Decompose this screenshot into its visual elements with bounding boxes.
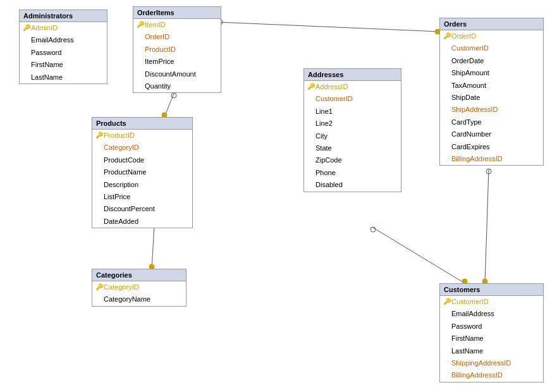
field-cardnumber: CardNumber bbox=[440, 128, 543, 140]
table-orderitems[interactable]: OrderItems 🔑ItemID OrderID ProductID Ite… bbox=[133, 6, 221, 93]
field-lastname-cust: LastName bbox=[440, 345, 543, 357]
field-city: City bbox=[304, 130, 401, 142]
field-productcode: ProductCode bbox=[92, 154, 192, 166]
field-zipcode: ZipCode bbox=[304, 154, 401, 166]
field-shipaddressid: ShipAddressID bbox=[440, 104, 543, 116]
field-discountpercent: DiscountPercent bbox=[92, 203, 192, 215]
table-administrators-header: Administrators bbox=[20, 10, 107, 22]
field-lastname: LastName bbox=[20, 71, 107, 83]
field-billingaddressid-cust: BillingAddressID bbox=[440, 369, 543, 381]
field-emailaddress-cust: EmailAddress bbox=[440, 308, 543, 320]
field-shipdate: ShipDate bbox=[440, 92, 543, 104]
field-addressid: 🔑AddressID bbox=[304, 81, 401, 93]
field-productname: ProductName bbox=[92, 166, 192, 178]
field-productid: ProductID bbox=[133, 44, 221, 56]
table-customers-header: Customers bbox=[440, 284, 543, 296]
field-listprice: ListPrice bbox=[92, 191, 192, 203]
table-administrators[interactable]: Administrators 🔑AdminID EmailAddress Pas… bbox=[19, 9, 107, 84]
table-products[interactable]: Products 🔑ProductID CategoryID ProductCo… bbox=[92, 117, 193, 228]
field-password: Password bbox=[20, 47, 107, 59]
field-state: State bbox=[304, 142, 401, 154]
svg-line-9 bbox=[373, 228, 465, 283]
field-line2: Line2 bbox=[304, 118, 401, 130]
svg-point-4 bbox=[171, 93, 176, 98]
table-customers[interactable]: Customers 🔑CustomerID EmailAddress Passw… bbox=[439, 283, 544, 383]
table-categories-header: Categories bbox=[92, 269, 186, 281]
field-orderdate: OrderDate bbox=[440, 55, 543, 67]
field-customerid-pk: 🔑CustomerID bbox=[440, 296, 543, 308]
field-taxamount: TaxAmount bbox=[440, 80, 543, 92]
field-description: Description bbox=[92, 179, 192, 191]
field-cardexpires: CardExpires bbox=[440, 141, 543, 153]
field-password-cust: Password bbox=[440, 321, 543, 333]
field-quantity: Quantity bbox=[133, 80, 221, 92]
table-products-header: Products bbox=[92, 118, 192, 130]
diagram-canvas: Administrators 🔑AdminID EmailAddress Pas… bbox=[0, 0, 557, 392]
table-addresses[interactable]: Addresses 🔑AddressID CustomerID Line1 Li… bbox=[303, 68, 401, 192]
field-itemid: 🔑ItemID bbox=[133, 19, 221, 31]
field-customerid-ord: CustomerID bbox=[440, 42, 543, 54]
table-addresses-header: Addresses bbox=[304, 69, 401, 81]
svg-line-3 bbox=[164, 94, 174, 117]
table-categories[interactable]: Categories 🔑CategoryID CategoryName bbox=[92, 269, 187, 307]
field-cardtype: CardType bbox=[440, 116, 543, 128]
field-productid: 🔑ProductID bbox=[92, 130, 192, 142]
svg-line-0 bbox=[218, 22, 439, 32]
field-categoryid-pk: 🔑CategoryID bbox=[92, 281, 186, 293]
svg-line-12 bbox=[485, 169, 489, 283]
field-orderid: OrderID bbox=[133, 31, 221, 43]
field-phone: Phone bbox=[304, 167, 401, 179]
field-shipamount: ShipAmount bbox=[440, 67, 543, 79]
field-adminid: 🔑AdminID bbox=[20, 22, 107, 34]
field-line1: Line1 bbox=[304, 106, 401, 118]
field-emailaddress: EmailAddress bbox=[20, 34, 107, 46]
field-orderid-pk: 🔑OrderID bbox=[440, 30, 543, 42]
table-orders-header: Orders bbox=[440, 18, 543, 30]
field-disabled: Disabled bbox=[304, 179, 401, 191]
field-categoryid: CategoryID bbox=[92, 142, 192, 154]
table-orderitems-header: OrderItems bbox=[133, 7, 221, 19]
svg-point-10 bbox=[370, 227, 376, 232]
field-dateadded: DateAdded bbox=[92, 216, 192, 228]
field-shippingaddressid: ShippingAddressID bbox=[440, 357, 543, 369]
field-itemprice: ItemPrice bbox=[133, 56, 221, 68]
field-billingaddressid-ord: BillingAddressID bbox=[440, 153, 543, 165]
field-firstname-cust: FirstName bbox=[440, 333, 543, 345]
field-discountamount: DiscountAmount bbox=[133, 68, 221, 80]
field-firstname: FirstName bbox=[20, 59, 107, 71]
field-categoryname: CategoryName bbox=[92, 293, 186, 305]
svg-point-13 bbox=[486, 169, 491, 174]
table-orders[interactable]: Orders 🔑OrderID CustomerID OrderDate Shi… bbox=[439, 18, 544, 166]
field-customerid-addr: CustomerID bbox=[304, 93, 401, 105]
